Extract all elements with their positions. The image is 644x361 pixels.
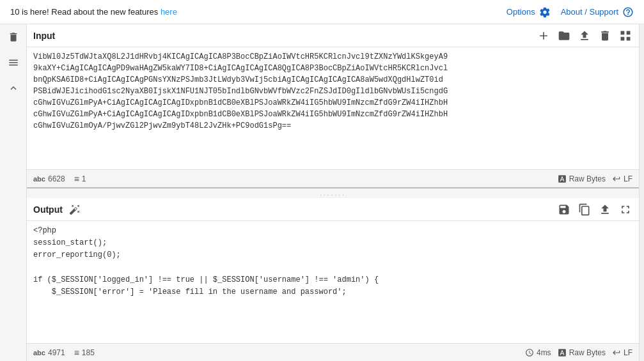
input-delete-icon[interactable] (598, 29, 612, 43)
input-grid-icon[interactable] (618, 29, 632, 43)
banner-message: 10 is here! Read about the new features … (10, 7, 177, 17)
left-sidebar (0, 24, 27, 361)
output-wand-icon[interactable] (68, 203, 82, 217)
output-time-label: 4ms (537, 348, 551, 357)
output-fullscreen-icon[interactable] (618, 203, 632, 217)
banner-actions: Options About / Support (507, 6, 634, 18)
input-line-icon: ≡ (74, 174, 79, 184)
output-export-icon[interactable] (598, 203, 612, 217)
output-copy-icon[interactable] (577, 203, 592, 217)
output-line-ending-label: LF (624, 348, 632, 357)
input-abc-label: abc (33, 175, 45, 183)
output-clock-icon (525, 348, 534, 357)
output-title-area: Output (33, 203, 82, 217)
input-line-badge: ≡ 1 (74, 174, 86, 184)
options-label: Options (507, 7, 535, 17)
output-footer-left: abc 4971 ≡ 185 (33, 348, 95, 358)
output-encoding-label: Raw Bytes (569, 348, 606, 357)
output-title: Output (33, 204, 63, 215)
banner-text: 10 is here! Read about the new features (10, 7, 158, 17)
input-line-ending-badge: LF (612, 174, 632, 183)
input-code-area[interactable]: VibWl0Jz5TdWJtaXQ8L2J1dHRvbj4KICAgICAgIC… (27, 47, 639, 169)
input-line-count: 1 (82, 174, 86, 183)
input-open-icon[interactable] (557, 29, 571, 43)
input-footer-left: abc 6628 ≡ 1 (33, 174, 86, 184)
input-header: Input (27, 24, 639, 47)
input-encoding-label: Raw Bytes (569, 174, 606, 183)
input-footer: abc 6628 ≡ 1 Raw Bytes LF (27, 169, 639, 187)
sidebar-panel-icon[interactable] (6, 55, 21, 70)
output-abc-label: abc (33, 349, 45, 357)
main-layout: Input (0, 24, 644, 361)
input-add-icon[interactable] (537, 29, 551, 43)
input-header-icons (537, 29, 632, 43)
banner-link[interactable]: here (161, 7, 177, 17)
output-line-badge: ≡ 185 (74, 348, 95, 358)
output-save-icon[interactable] (557, 203, 571, 217)
output-line-count: 185 (82, 348, 95, 357)
sidebar-trash-icon[interactable] (6, 29, 21, 45)
output-header: Output (27, 198, 639, 221)
options-button[interactable]: Options (507, 6, 551, 18)
sidebar-chevron-icon[interactable] (6, 81, 21, 96)
content-area: Input (27, 24, 639, 361)
input-encoding-badge: Raw Bytes (558, 174, 606, 183)
output-byte-count: 4971 (48, 348, 65, 357)
gear-icon (539, 6, 551, 18)
input-section: Input (27, 24, 639, 188)
about-support-button[interactable]: About / Support (561, 6, 634, 18)
right-scrollbar[interactable] (639, 24, 644, 361)
output-encoding-badge: Raw Bytes (558, 348, 606, 357)
output-font-icon (558, 348, 567, 357)
output-header-icons (557, 203, 632, 217)
input-byte-badge: abc 6628 (33, 174, 65, 183)
output-time-badge: 4ms (525, 348, 551, 357)
output-byte-badge: abc 4971 (33, 348, 65, 357)
input-line-ending-label: LF (624, 174, 632, 183)
top-banner: 10 is here! Read about the new features … (0, 0, 644, 24)
output-footer: abc 4971 ≡ 185 4ms Raw Bytes (27, 343, 639, 361)
input-font-icon (558, 174, 567, 183)
input-footer-right: Raw Bytes LF (558, 174, 632, 183)
output-footer-right: 4ms Raw Bytes LF (525, 348, 632, 357)
about-label: About / Support (561, 7, 618, 17)
output-code-area[interactable]: <?php session_start(); error_reporting(0… (27, 221, 639, 343)
input-return-icon (612, 174, 621, 183)
output-return-icon (612, 348, 621, 357)
input-byte-count: 6628 (48, 174, 65, 183)
input-title: Input (33, 31, 55, 41)
output-line-icon: ≡ (74, 348, 79, 358)
output-section: Output (27, 198, 639, 361)
section-divider: ....... (27, 188, 639, 198)
input-import-icon[interactable] (577, 29, 592, 43)
output-line-ending-badge: LF (612, 348, 632, 357)
help-icon (622, 6, 634, 18)
